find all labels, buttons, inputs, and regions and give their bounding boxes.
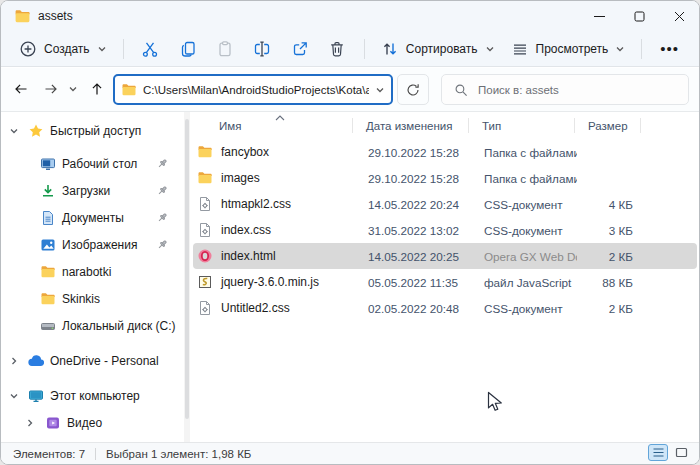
file-type: CSS-документ [471,198,577,211]
file-type: CSS-документ [471,302,577,315]
folder-icon [40,264,56,280]
desktop-icon [40,156,56,172]
details-view-icon [652,446,665,459]
file-date: 02.05.2022 20:48 [355,302,471,315]
rename-icon [253,40,271,58]
sidebar-item-skinkis[interactable]: Skinkis [1,285,181,312]
icons-view-button[interactable] [671,444,691,461]
more-options-button[interactable]: ••• [650,40,689,57]
chevron-down-icon[interactable] [9,126,19,136]
maximize-button[interactable] [619,1,659,31]
picture-icon [40,237,56,253]
address-path[interactable]: C:\Users\Milan\AndroidStudioProjects\Kot… [143,84,369,96]
download-icon [40,183,56,199]
file-row-Untitled2.css[interactable]: Untitled2.css 02.05.2022 20:48 CSS-докум… [193,295,697,321]
title-bar: assets [1,1,699,31]
column-header-size[interactable]: Размер [575,112,641,139]
command-bar: Создать Сортировать Просмотреть ••• [1,31,699,67]
sidebar-item-label: Изображения [62,238,137,252]
folder-icon [121,82,137,98]
video-icon [45,415,61,431]
cut-button[interactable] [140,34,161,64]
search-box[interactable]: Поиск в: assets [441,74,689,105]
file-type: Opera GX Web Do... [471,250,577,263]
sidebar-item-локальный-диск-c-[interactable]: Локальный диск (C:) [1,312,181,339]
file-name: index.html [221,249,276,263]
copy-button[interactable] [177,34,198,64]
sidebar-item-видео[interactable]: Видео [1,409,181,436]
css-file-icon [197,196,213,212]
sidebar-item-onedrive-personal[interactable]: OneDrive - Personal [1,347,181,374]
file-row-index.css[interactable]: index.css 31.05.2022 13:02 CSS-документ … [193,217,697,243]
column-header-date[interactable]: Дата изменения [353,112,469,139]
file-rows: fancybox 29.10.2022 15:28 Папка с файлам… [191,139,699,321]
sidebar-item-narabotki[interactable]: narabotki [1,258,181,285]
chevron-down-icon[interactable] [375,85,385,95]
view-button-label: Просмотреть [536,42,609,56]
file-name: images [221,171,260,185]
sidebar-item-label: Рабочий стол [62,157,137,171]
new-button-label: Создать [44,42,90,56]
share-icon [291,40,309,58]
chevron-right-icon[interactable] [9,356,19,366]
chevron-right-icon[interactable] [25,418,35,428]
items-count: Элементов: 7 [13,448,85,460]
sidebar-item-label: OneDrive - Personal [50,354,159,368]
status-bar: Элементов: 7 Выбран 1 элемент: 1,98 КБ [1,442,699,464]
trash-icon [328,40,346,58]
search-placeholder: Поиск в: assets [478,84,559,96]
sidebar-item-label: narabotki [62,265,111,279]
paste-button[interactable] [214,34,235,64]
column-header-name[interactable]: Имя [191,112,353,139]
details-view-button[interactable] [648,444,668,461]
computer-icon [28,388,44,404]
file-row-index.html[interactable]: index.html 14.05.2022 20:25 Opera GX Web… [193,243,697,269]
sort-button[interactable]: Сортировать [373,34,503,64]
sort-button-label: Сортировать [406,42,478,56]
minimize-icon [594,11,605,22]
sidebar-item-этот-компьютер[interactable]: Этот компьютер [1,382,181,409]
sidebar-scrollbar-thumb[interactable] [185,119,189,419]
arrow-left-icon [13,81,29,97]
sidebar-item-label: Документы [62,211,124,225]
rename-button[interactable] [252,34,273,64]
file-row-jquery-3.6.0.min.js[interactable]: jquery-3.6.0.min.js 05.05.2022 11:35 фай… [193,269,697,295]
sidebar-item-загрузки[interactable]: Загрузки [1,177,181,204]
search-icon [454,83,468,97]
sidebar: Быстрый доступ Рабочий стол Загрузки Док… [1,112,181,442]
sidebar-item-label: Видео [67,416,102,430]
chevron-down-icon[interactable] [9,391,19,401]
file-row-images[interactable]: images 29.10.2022 15:28 Папка с файлами [193,165,697,191]
forward-button[interactable] [37,75,65,103]
sidebar-item-label: Этот компьютер [50,389,140,403]
maximize-icon [634,11,645,22]
new-button[interactable]: Создать [11,34,115,64]
toolbar-divider [364,39,365,59]
view-button[interactable]: Просмотреть [503,34,634,64]
sidebar-item-быстрый-доступ[interactable]: Быстрый доступ [1,117,181,144]
pin-icon [156,157,169,170]
back-button[interactable] [7,75,35,103]
file-row-htmapkl2.css[interactable]: htmapkl2.css 14.05.2022 20:24 CSS-докуме… [193,191,697,217]
paste-icon [216,40,234,58]
refresh-button[interactable] [397,74,429,105]
chevron-down-icon [485,44,495,54]
column-header-type[interactable]: Тип [469,112,575,139]
address-bar[interactable]: C:\Users\Milan\AndroidStudioProjects\Kot… [113,74,393,105]
close-button[interactable] [659,1,699,31]
file-row-fancybox[interactable]: fancybox 29.10.2022 15:28 Папка с файлам… [193,139,697,165]
sidebar-item-label: Локальный диск (C:) [62,319,176,333]
file-size: 3 КБ [577,224,643,237]
close-icon [674,11,685,22]
share-button[interactable] [289,34,310,64]
sidebar-item-рабочий-стол[interactable]: Рабочий стол [1,150,181,177]
css-file-icon [197,222,213,238]
up-button[interactable] [83,75,111,103]
recent-locations-button[interactable] [63,75,83,103]
sort-arrows-icon [381,40,399,58]
sidebar-item-изображения[interactable]: Изображения [1,231,181,258]
navigation-bar: C:\Users\Milan\AndroidStudioProjects\Kot… [1,68,699,112]
sidebar-item-документы[interactable]: Документы [1,204,181,231]
minimize-button[interactable] [579,1,619,31]
delete-button[interactable] [327,34,348,64]
